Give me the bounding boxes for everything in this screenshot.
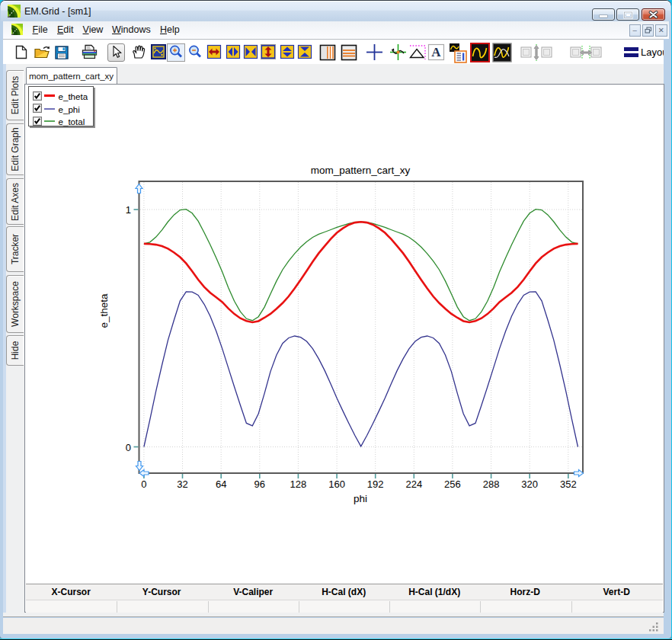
svg-text:96: 96 [254, 478, 265, 490]
svg-text:1: 1 [126, 204, 131, 216]
svg-text:352: 352 [560, 478, 577, 490]
svg-text:64: 64 [216, 478, 226, 490]
svg-text:320: 320 [521, 478, 538, 490]
svg-text:288: 288 [483, 478, 500, 490]
svg-text:32: 32 [177, 478, 187, 490]
svg-text:256: 256 [444, 478, 461, 490]
svg-text:0: 0 [126, 442, 131, 453]
svg-text:e_theta: e_theta [98, 293, 110, 328]
svg-text:mom_pattern_cart_xy: mom_pattern_cart_xy [311, 165, 411, 176]
svg-text:192: 192 [367, 478, 384, 490]
svg-text:0: 0 [141, 478, 146, 490]
svg-text:phi: phi [354, 493, 367, 504]
svg-text:224: 224 [405, 478, 422, 490]
svg-text:160: 160 [328, 478, 345, 490]
svg-text:128: 128 [290, 478, 307, 490]
